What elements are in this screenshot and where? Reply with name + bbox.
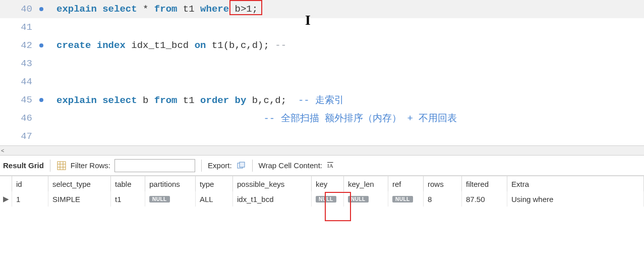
filter-rows-input[interactable] <box>114 159 195 172</box>
svg-rect-6 <box>240 162 245 167</box>
code-content[interactable]: explain select * from t1 where b>1; <box>36 4 258 15</box>
sql-editor[interactable]: 40explain select * from t1 where b>1;414… <box>0 0 644 145</box>
col-header-ref[interactable]: ref <box>388 176 424 191</box>
result-grid[interactable]: id select_type table partitions type pos… <box>0 176 644 207</box>
cell-select-type[interactable]: SIMPLE <box>48 191 111 207</box>
export-label: Export: <box>208 161 232 170</box>
cell-rows[interactable]: 8 <box>424 191 462 207</box>
statement-marker-icon <box>39 7 43 11</box>
result-grid-label: Result Grid <box>3 161 44 170</box>
cell-id[interactable]: 1 <box>12 191 48 207</box>
table-row[interactable]: ▶1SIMPLEt1NULLALLidx_t1_bcdNULLNULLNULL8… <box>0 191 644 207</box>
col-header-key[interactable]: key <box>312 176 344 191</box>
cell-key-len[interactable]: NULL <box>344 191 388 207</box>
line-number: 40 <box>0 4 36 15</box>
col-header-possible-keys[interactable]: possible_keys <box>233 176 312 191</box>
null-badge: NULL <box>149 196 170 203</box>
svg-rect-0 <box>57 162 66 170</box>
svg-text:IA: IA <box>327 163 333 169</box>
col-header-filtered[interactable]: filtered <box>462 176 507 191</box>
code-line[interactable]: 45explain select b from t1 order by b,c,… <box>0 91 644 109</box>
row-handle[interactable]: ▶ <box>0 191 12 207</box>
null-badge: NULL <box>392 196 413 203</box>
col-header-extra[interactable]: Extra <box>507 176 644 191</box>
result-grid-view-icon[interactable] <box>56 161 67 171</box>
grid-header-row: id select_type table partitions type pos… <box>0 176 644 191</box>
null-badge: NULL <box>348 196 369 203</box>
code-line[interactable]: 42create index idx_t1_bcd on t1(b,c,d); … <box>0 36 644 55</box>
horizontal-scrollbar[interactable]: < <box>0 145 644 156</box>
cell-filtered[interactable]: 87.50 <box>462 191 507 207</box>
line-number: 44 <box>0 76 36 87</box>
line-number: 46 <box>0 113 36 124</box>
col-header-id[interactable]: id <box>12 176 48 191</box>
line-number: 45 <box>0 94 36 106</box>
wrap-cell-content-icon[interactable]: IA <box>326 161 336 171</box>
results-toolbar: Result Grid Filter Rows: Export: Wrap Ce… <box>0 156 644 176</box>
scroll-left-arrow[interactable]: < <box>0 147 4 154</box>
col-header-type[interactable]: type <box>196 176 233 191</box>
cell-table[interactable]: t1 <box>111 191 145 207</box>
separator <box>201 160 202 172</box>
line-number: 43 <box>0 58 36 69</box>
line-number: 41 <box>0 22 36 33</box>
export-icon[interactable] <box>236 161 246 171</box>
code-content[interactable]: explain select b from t1 order by b,c,d;… <box>36 93 344 107</box>
code-line[interactable]: 44 <box>0 73 644 91</box>
cell-extra[interactable]: Using where <box>507 191 644 207</box>
col-header-table[interactable]: table <box>111 176 145 191</box>
code-line[interactable]: 43 <box>0 55 644 73</box>
col-header-partitions[interactable]: partitions <box>145 176 196 191</box>
line-number: 47 <box>0 131 36 142</box>
code-line[interactable]: 40explain select * from t1 where b>1; <box>0 0 644 18</box>
col-header-rows[interactable]: rows <box>424 176 462 191</box>
code-line[interactable]: 46 -- 全部扫描 额外排序（内存） + 不用回表 <box>0 109 644 127</box>
cell-partitions[interactable]: NULL <box>145 191 196 207</box>
separator <box>252 160 253 172</box>
statement-marker-icon <box>39 98 43 102</box>
null-badge: NULL <box>316 196 336 203</box>
cell-key[interactable]: NULL <box>312 191 344 207</box>
row-handle-header <box>0 176 12 191</box>
line-number: 42 <box>0 40 36 51</box>
wrap-cell-content-label: Wrap Cell Content: <box>259 161 322 170</box>
separator <box>50 160 50 172</box>
code-line[interactable]: 41 <box>0 18 644 36</box>
code-content[interactable]: -- 全部扫描 额外排序（内存） + 不用回表 <box>36 112 457 125</box>
col-header-select-type[interactable]: select_type <box>48 176 111 191</box>
cell-type[interactable]: ALL <box>196 191 233 207</box>
filter-rows-label: Filter Rows: <box>71 161 110 170</box>
cell-possible-keys[interactable]: idx_t1_bcd <box>233 191 312 207</box>
code-line[interactable]: 47 <box>0 127 644 145</box>
code-content[interactable]: create index idx_t1_bcd on t1(b,c,d); -- <box>36 40 286 51</box>
col-header-key-len[interactable]: key_len <box>344 176 388 191</box>
statement-marker-icon <box>39 43 43 47</box>
text-cursor-icon: I <box>305 12 311 28</box>
cell-ref[interactable]: NULL <box>388 191 424 207</box>
